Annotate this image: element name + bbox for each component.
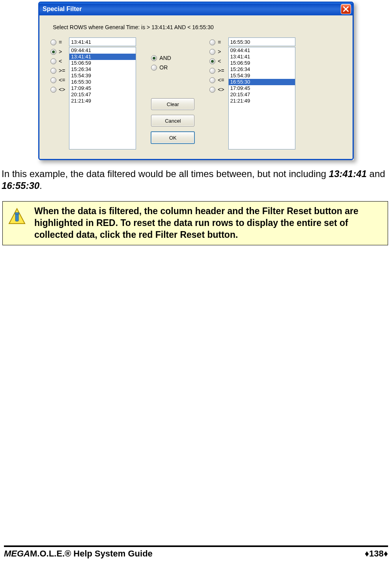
list-item[interactable]: 21:21:49 <box>69 98 136 104</box>
left-op-radio-ltgt[interactable]: <> <box>50 85 65 94</box>
left-filter-block: =><>=<=<> 09:44:4113:41:4115:06:5915:26:… <box>50 37 136 149</box>
dialog-screenshot: Special Filter Select ROWS where General… <box>38 0 354 160</box>
list-item[interactable]: 13:41:41 <box>69 54 136 60</box>
svg-rect-2 <box>15 213 19 215</box>
list-item[interactable]: 15:06:59 <box>229 60 295 66</box>
instruction-text: Select ROWS where General Time: is > 13:… <box>53 24 342 30</box>
tip-icon <box>8 208 26 228</box>
page-number: ♦138♦ <box>365 549 388 559</box>
list-item[interactable]: 20:15:47 <box>229 91 295 98</box>
right-op-radio-lt[interactable]: < <box>209 56 224 66</box>
left-value-list[interactable]: 09:44:4113:41:4115:06:5915:26:3415:54:39… <box>69 47 136 149</box>
time-value-2: 16:55:30 <box>2 180 39 191</box>
right-op-radio-eq[interactable]: = <box>209 37 224 47</box>
list-item[interactable]: 15:06:59 <box>69 60 136 66</box>
right-op-radio-gteq[interactable]: >= <box>209 66 224 75</box>
list-item[interactable]: 09:44:41 <box>69 47 136 54</box>
right-value-input[interactable] <box>228 37 295 46</box>
para-text-2: and <box>367 168 385 179</box>
list-item[interactable]: 15:54:39 <box>229 73 295 79</box>
left-op-radio-eq[interactable]: = <box>50 37 65 47</box>
tip-note-box: When the data is filtered, the column he… <box>2 201 388 245</box>
clear-button[interactable]: Clear <box>151 98 194 110</box>
left-op-radio-lteq[interactable]: <= <box>50 75 65 85</box>
list-item[interactable]: 15:26:34 <box>69 66 136 73</box>
right-op-radio-lteq[interactable]: <= <box>209 75 224 85</box>
left-op-radio-lt[interactable]: < <box>50 56 65 66</box>
right-op-radio-ltgt[interactable]: <> <box>209 85 224 94</box>
list-item[interactable]: 16:55:30 <box>229 79 295 85</box>
list-item[interactable]: 17:09:45 <box>229 85 295 91</box>
cancel-button[interactable]: Cancel <box>151 115 194 127</box>
special-filter-dialog: Special Filter Select ROWS where General… <box>38 2 354 160</box>
page-footer: MEGAM.O.L.E.® Help System Guide ♦138♦ <box>0 545 392 559</box>
dialog-title: Special Filter <box>43 6 341 13</box>
para-text-1: In this example, the data filtered would… <box>2 168 329 179</box>
list-item[interactable]: 17:09:45 <box>69 85 136 91</box>
list-item[interactable]: 21:21:49 <box>229 98 295 104</box>
list-item[interactable]: 15:54:39 <box>69 73 136 79</box>
ok-button[interactable]: OK <box>151 131 195 144</box>
title-bar[interactable]: Special Filter <box>39 3 353 15</box>
center-controls: ANDOR Clear Cancel OK <box>143 37 202 146</box>
logic-radio-AND[interactable]: AND <box>151 53 171 63</box>
footer-title: MEGAM.O.L.E.® Help System Guide <box>4 549 153 559</box>
right-value-list[interactable]: 09:44:4113:41:4115:06:5915:26:3415:54:39… <box>228 47 295 149</box>
example-paragraph: In this example, the data filtered would… <box>2 168 388 192</box>
para-text-3: . <box>39 180 42 191</box>
list-item[interactable]: 20:15:47 <box>69 91 136 98</box>
list-item[interactable]: 09:44:41 <box>229 47 295 54</box>
left-value-input[interactable] <box>69 37 136 46</box>
left-op-radio-gteq[interactable]: >= <box>50 66 65 75</box>
list-item[interactable]: 16:55:30 <box>69 79 136 85</box>
right-filter-block: =><>=<=<> 09:44:4113:41:4115:06:5915:26:… <box>209 37 295 149</box>
list-item[interactable]: 15:26:34 <box>229 66 295 73</box>
left-op-radio-gt[interactable]: > <box>50 47 65 56</box>
tip-text: When the data is filtered, the column he… <box>34 205 382 241</box>
time-value-1: 13:41:41 <box>329 168 367 179</box>
list-item[interactable]: 13:41:41 <box>229 54 295 60</box>
right-op-radio-gt[interactable]: > <box>209 47 224 56</box>
svg-rect-1 <box>15 214 19 221</box>
close-icon[interactable] <box>341 4 351 14</box>
logic-radio-OR[interactable]: OR <box>151 63 171 72</box>
